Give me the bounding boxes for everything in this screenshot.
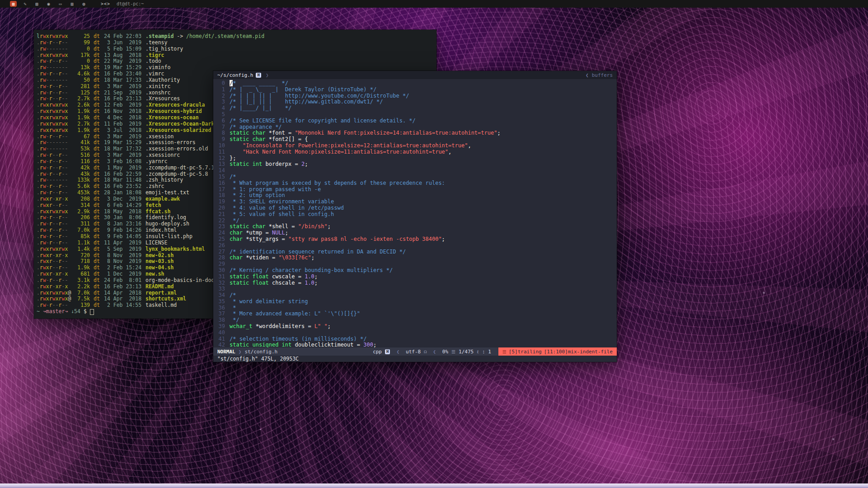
buffers-separator-icon: ❮ (586, 72, 589, 78)
separator-icon: ❮ (396, 349, 399, 355)
cursor-column: : 1 (482, 349, 491, 355)
permissions: .rw------- (37, 65, 71, 71)
header-filetype-icon: H (256, 73, 261, 78)
cursor-position: 1/475 (459, 349, 474, 355)
buffers-tab[interactable]: ❮ buffers (586, 72, 613, 78)
code-line: 18 * 2: utmp option (215, 192, 617, 199)
code-line: 37 * More advanced example: L" `'\"()[]{… (215, 311, 617, 317)
code-line: 23static char *shell = "/bin/sh"; (215, 224, 617, 230)
file-row: .rw-r--r--0dt22 May 2019.todo (37, 58, 434, 65)
lint-status: ☰ [5]trailing [11:100]mix-indent-file (498, 347, 617, 356)
permissions: .rw-r--r-- (37, 90, 71, 96)
permissions: .rw-r--r-- (37, 227, 71, 234)
file-row: .rwxrwxrwx17kdt13 Aug 2018.tigrc (37, 52, 434, 59)
code-line: 22 */ (215, 218, 617, 224)
code-line: 11 "Hack Nerd Font Mono:pixelsize=11:ant… (215, 149, 617, 155)
encoding-label: utf-8 (406, 349, 421, 355)
code-line: 6/* See LICENSE file for copyright and l… (215, 118, 617, 124)
code-area[interactable]: 0/* ____ _____ */1/* | _ \_ _| Derek Tay… (213, 79, 617, 347)
permissions: .rw-r--r-- (37, 96, 71, 102)
code-line: 31static float cwscale = 1.0; (215, 274, 617, 280)
permissions: .rw-r--r-- (37, 302, 71, 309)
permissions: .rw-r--r-- (37, 215, 71, 221)
code-line: 26 (215, 243, 617, 249)
topbar-icons: ▦✎▧◉▭▥◍ (10, 1, 87, 7)
code-line: 2/* | | | || | http://www.youtube.com/c/… (215, 93, 617, 99)
camera-icon[interactable]: ◉ (45, 1, 52, 7)
vim-editor-window[interactable]: ~/s/config.h H ❯ ❮ buffers 0/* ____ ____… (213, 71, 617, 362)
permissions: .rw-r--r-- (37, 71, 71, 77)
permissions: .rwxrwxrwx (37, 52, 71, 59)
permissions: .rw-r--r-- (37, 234, 71, 240)
code-line: 36 * (215, 305, 617, 311)
code-line: 3/* | |_| || | http://www.gitlab.com/dwt… (215, 99, 617, 105)
permissions: .rwxr-xr-x (37, 196, 71, 202)
image-icon[interactable]: ▧ (33, 1, 40, 7)
folder-icon[interactable]: ▥ (69, 1, 75, 7)
code-line: 29 (215, 261, 617, 267)
code-line: 20 * 4: value of shell in /etc/passwd (215, 205, 617, 211)
code-line: 19 * 3: SHELL environment variable (215, 199, 617, 205)
line-icon: ℓ (477, 349, 479, 354)
permissions: .rwxrwxrwx (37, 246, 71, 253)
shell-prompt: ~ ↝master↝ ↓54 $ (37, 309, 90, 315)
code-line: 40 (215, 330, 617, 336)
permissions: .rwxr--r-- (37, 258, 71, 265)
permissions: lrwxrwxrwx (37, 33, 71, 40)
code-line: 34/* (215, 292, 617, 299)
code-line: 28char *vtiden = "\033[?6c"; (215, 255, 617, 261)
permissions: .rwxrwxrwx (37, 127, 71, 134)
code-line: 15/* (215, 174, 617, 180)
code-line: 35 * word delimiter string (215, 299, 617, 305)
buffers-label: buffers (592, 72, 613, 78)
scroll-percent: 0% (442, 349, 448, 355)
tab-separator-icon: ❯ (266, 72, 269, 78)
lint-mixed-indent: [11:100]mix-indent-file (544, 349, 613, 355)
permissions: .rw-r--r-- (37, 277, 71, 284)
circle-icon[interactable]: ◍ (80, 1, 87, 7)
permissions: .rwxr--r-- (37, 202, 71, 209)
statusline-filename: st/config.h (244, 349, 277, 355)
apps-grid-icon[interactable]: ▦ (10, 1, 17, 7)
permissions: .rw------- (37, 77, 71, 84)
tab-config-h[interactable]: ~/s/config.h H ❯ (217, 72, 269, 78)
code-line: 14 (215, 168, 617, 174)
code-line: 27/* identification sequence returned in… (215, 249, 617, 255)
code-line: 24char *utmp = NULL; (215, 230, 617, 236)
permissions: .rw------- (37, 177, 71, 183)
pencil-icon[interactable]: ✎ (22, 1, 28, 7)
permissions: .rw-r--r-- (37, 240, 71, 246)
permissions: .rw-r--r-- (37, 221, 71, 227)
mode-indicator: NORMAL (217, 349, 235, 355)
code-line: 7/* appearance */ (215, 124, 617, 131)
bottom-edge-strip (0, 483, 868, 488)
fish-shell-glyph: ><> (101, 1, 110, 6)
permissions: .rwxrwxrwx@ (37, 290, 71, 296)
code-line: 32static float chscale = 1.0; (215, 280, 617, 286)
monitor-icon[interactable]: ▭ (57, 1, 64, 7)
permissions: .rwxrwxrwx (37, 108, 71, 115)
separator-icon: ❯ (239, 349, 242, 355)
tabline: ~/s/config.h H ❯ ❮ buffers (213, 71, 617, 79)
file-row: .rw-------13kdt19 Mar 15:29.viminfo (37, 65, 434, 71)
host-label: dt@dt-pc:~ (117, 1, 144, 6)
permissions: .rwxrwxrwx (37, 209, 71, 215)
code-line: 21 * 5: value of shell in config.h (215, 211, 617, 218)
code-line: 4/* |____/ |_| */ (215, 105, 617, 112)
lint-trailing: [5]trailing (509, 349, 542, 355)
terminal-cursor (90, 309, 94, 315)
code-line: 38 */ (215, 317, 617, 324)
code-line: 39wchar_t *worddelimiters = L" "; (215, 324, 617, 330)
permissions: .rw------- (37, 140, 71, 146)
permissions: .rw------- (37, 146, 71, 152)
code-line: 0/* ____ _____ */ (215, 80, 617, 87)
code-line: 13static int borderpx = 2; (215, 161, 617, 168)
command-line-message: "st/config.h" 475L, 20953C (213, 356, 617, 362)
file-row: lrwxrwxrwx25dt24 Feb 22:03.steampid -> /… (37, 33, 434, 40)
permissions: .rw-r--r-- (37, 171, 71, 178)
permissions: .rw-r--r-- (37, 84, 71, 90)
filetype-label: cpp (373, 349, 382, 355)
code-line: 12}; (215, 155, 617, 162)
permissions: .rwxr-xr-x (37, 271, 71, 277)
code-line: 8static char *font = "Mononoki Nerd Font… (215, 130, 617, 136)
